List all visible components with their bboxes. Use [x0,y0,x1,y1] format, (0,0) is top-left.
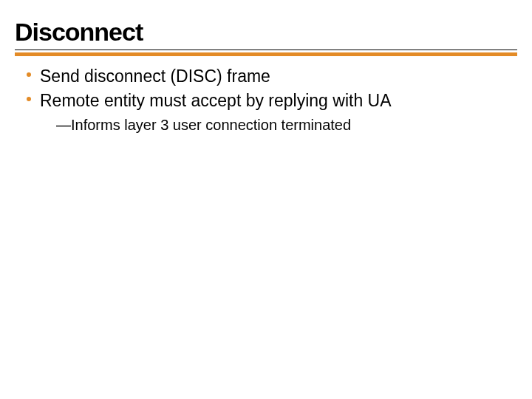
slide-content: Send disconnect (DISC) frame Remote enti… [15,65,517,135]
rule-thin [15,50,517,50]
bullet-list: Send disconnect (DISC) frame Remote enti… [19,65,517,135]
sub-bullet-list: —Informs layer 3 user connection termina… [40,115,517,135]
emdash-icon: — [56,117,71,133]
sub-bullet-text: Informs layer 3 user connection terminat… [71,117,351,133]
sub-bullet-item: —Informs layer 3 user connection termina… [56,115,517,135]
title-rule [15,50,517,56]
bullet-item: Send disconnect (DISC) frame [19,65,517,88]
rule-thick [15,52,517,56]
bullet-text: Send disconnect (DISC) frame [40,66,270,86]
bullet-dot-icon [27,72,31,77]
bullet-text: Remote entity must accept by replying wi… [40,91,392,110]
slide: Disconnect Send disconnect (DISC) frame … [0,0,532,399]
bullet-dot-icon [27,97,31,101]
slide-title: Disconnect [15,18,517,47]
bullet-item: Remote entity must accept by replying wi… [19,89,517,135]
